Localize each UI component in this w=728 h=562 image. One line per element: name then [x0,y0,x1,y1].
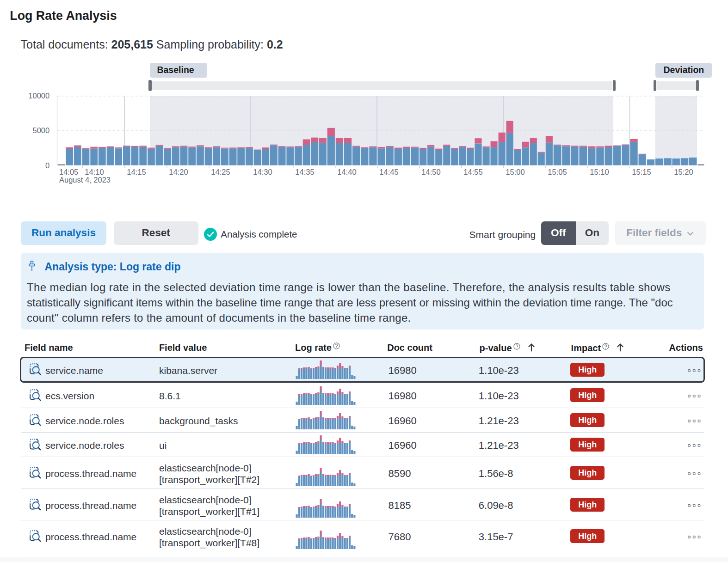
svg-text:14:40: 14:40 [337,168,356,176]
svg-text:14:50: 14:50 [421,168,440,176]
svg-text:August 4, 2023: August 4, 2023 [59,176,111,184]
svg-text:14:05: 14:05 [59,168,78,176]
svg-text:0: 0 [45,161,49,170]
svg-text:15:05: 15:05 [548,168,567,176]
svg-text:14:20: 14:20 [169,168,188,176]
svg-text:14:35: 14:35 [295,168,314,176]
svg-text:14:55: 14:55 [463,168,482,176]
svg-text:14:30: 14:30 [253,168,272,176]
svg-text:15:15: 15:15 [632,168,651,176]
svg-text:15:10: 15:10 [590,168,609,176]
svg-text:10000: 10000 [28,92,49,100]
svg-text:14:25: 14:25 [211,168,230,176]
svg-text:15:20: 15:20 [674,168,693,176]
svg-text:14:10: 14:10 [85,168,104,176]
svg-text:14:45: 14:45 [379,168,398,176]
svg-text:14:15: 14:15 [127,168,146,176]
svg-text:5000: 5000 [32,126,49,134]
svg-text:15:00: 15:00 [506,168,524,176]
